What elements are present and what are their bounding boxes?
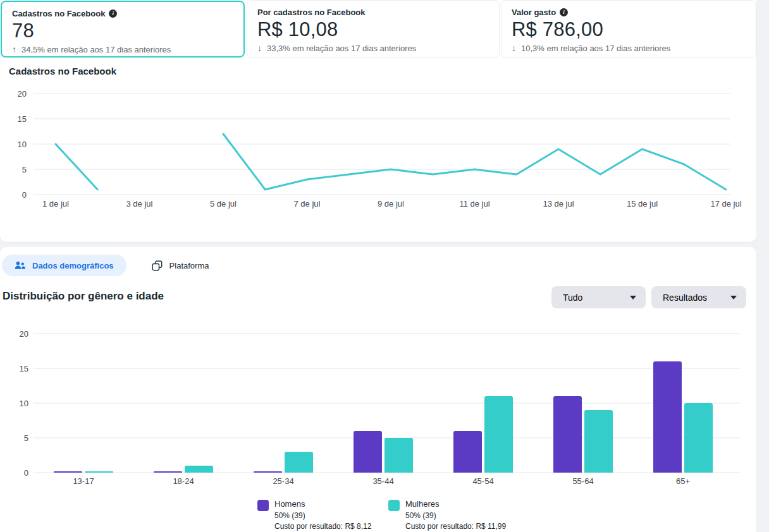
metric-delta: ↓ 33,3% em relação aos 17 dias anteriore… — [257, 43, 489, 53]
line-series — [223, 134, 726, 190]
metric-label-text: Cadastros no Facebook — [12, 8, 105, 19]
legend-text: Homens 50% (39) Custo por resultado: R$ … — [274, 499, 371, 531]
bar-homens-65+ — [653, 361, 682, 473]
metric-card-valor-gasto[interactable]: Valor gasto i R$ 786,00 ↓ 10,3% em relaç… — [501, 0, 756, 58]
metric-label: Valor gasto i — [512, 7, 746, 18]
info-icon[interactable]: i — [109, 9, 117, 18]
metric-value: R$ 10,08 — [257, 18, 489, 41]
y-tick-label: 0 — [24, 468, 28, 478]
legend-text: Mulheres 50% (39) Custo por resultado: R… — [405, 499, 506, 531]
y-tick-label: 10 — [18, 140, 27, 149]
down-arrow-icon: ↓ — [512, 43, 516, 53]
x-tick-label: 13-17 — [73, 476, 94, 486]
y-tick-label: 10 — [20, 399, 28, 408]
x-tick-label: 13 de jul — [543, 199, 574, 209]
y-tick-label: 15 — [20, 364, 28, 373]
metric-value: 78 — [12, 20, 233, 42]
line-chart-title: Cadastros no Facebook — [9, 66, 116, 76]
x-tick-label: 17 de jul — [710, 199, 741, 209]
down-arrow-icon: ↓ — [257, 43, 262, 53]
metric-card-por-cadastros[interactable]: Por cadastros no Facebook R$ 10,08 ↓ 33,… — [247, 0, 500, 58]
metric-value: R$ 786,00 — [512, 18, 746, 41]
metric-label-text: Por cadastros no Facebook — [257, 7, 366, 18]
up-arrow-icon: ↑ — [12, 44, 16, 54]
metric-delta-text: 10,3% em relação aos 17 dias anteriores — [521, 44, 670, 53]
metric-delta: ↓ 10,3% em relação aos 17 dias anteriore… — [512, 43, 746, 53]
y-tick-label: 5 — [22, 165, 27, 174]
legend-series-cost: Custo por resultado: R$ 11,99 — [405, 522, 506, 531]
people-icon — [15, 260, 25, 271]
x-tick-label: 1 de jul — [42, 199, 69, 209]
info-icon[interactable]: i — [560, 8, 568, 16]
x-tick-label: 25-34 — [273, 476, 293, 486]
platform-icon — [152, 260, 163, 271]
bar-homens-13-17 — [54, 471, 82, 473]
x-tick-label: 35-44 — [372, 476, 393, 486]
legend-series-share: 50% (39) — [405, 511, 506, 521]
tab-plataforma[interactable]: Plataforma — [139, 255, 222, 276]
filter-dropdown[interactable]: Tudo — [551, 286, 646, 308]
x-tick-label: 18-24 — [173, 476, 194, 486]
registrations-line-chart[interactable]: 051015201 de jul3 de jul5 de jul7 de jul… — [0, 82, 756, 215]
bar-homens-25-34 — [254, 471, 282, 473]
metric-label-text: Valor gasto — [512, 7, 556, 18]
metric-card-cadastros[interactable]: Cadastros no Facebook i 78 ↑ 34,5% em re… — [1, 1, 245, 57]
legend-entry-mulheres: Mulheres 50% (39) Custo por resultado: R… — [388, 499, 506, 531]
y-tick-label: 0 — [22, 190, 27, 200]
metric-delta-text: 34,5% em relação aos 17 dias anteriores — [22, 45, 171, 54]
x-tick-label: 9 de jul — [378, 199, 404, 209]
dropdown-value: Resultados — [663, 293, 707, 303]
bar-mulheres-35-44 — [384, 438, 413, 473]
metric-delta: ↑ 34,5% em relação aos 17 dias anteriore… — [12, 44, 233, 54]
bar-homens-45-54 — [453, 431, 482, 473]
bar-homens-55-64 — [553, 396, 582, 473]
bar-mulheres-25-34 — [285, 452, 313, 473]
x-tick-label: 65+ — [676, 476, 690, 486]
legend-series-cost: Custo por resultado: R$ 8,12 — [274, 522, 371, 531]
x-tick-label: 55-64 — [572, 476, 593, 486]
x-tick-label: 5 de jul — [210, 199, 237, 209]
y-tick-label: 5 — [24, 433, 28, 443]
line-series — [56, 144, 97, 190]
bar-mulheres-45-54 — [484, 396, 513, 473]
x-tick-label: 11 de jul — [459, 199, 489, 209]
x-tick-label: 15 de jul — [627, 199, 658, 209]
bar-mulheres-65+ — [684, 403, 713, 473]
tab-label: Dados demográficos — [32, 261, 114, 270]
tab-label: Plataforma — [169, 261, 209, 270]
breakdown-card: Dados demográficos Plataforma Distribuiç… — [0, 247, 756, 532]
x-tick-label: 7 de jul — [294, 199, 321, 209]
dropdown-value: Tudo — [563, 293, 582, 303]
y-tick-label: 15 — [18, 114, 27, 124]
tab-dados-demograficos[interactable]: Dados demográficos — [2, 255, 126, 276]
metric-delta-text: 33,3% em relação aos 17 dias anteriores — [267, 44, 416, 53]
legend-entry-homens: Homens 50% (39) Custo por resultado: R$ … — [257, 499, 371, 531]
mulheres-color-swatch — [388, 500, 400, 511]
homens-color-swatch — [257, 500, 269, 511]
overview-card: Cadastros no Facebook i 78 ↑ 34,5% em re… — [0, 0, 756, 242]
bar-mulheres-55-64 — [584, 410, 613, 473]
metric-label: Cadastros no Facebook i — [12, 8, 233, 19]
bar-mulheres-18-24 — [185, 466, 213, 473]
chevron-down-icon — [630, 296, 636, 299]
bar-mulheres-13-17 — [85, 471, 113, 473]
metric-label: Por cadastros no Facebook — [257, 7, 489, 18]
legend-series-name: Homens — [274, 499, 371, 509]
section-title: Distribuição por gênero e idade — [3, 290, 164, 303]
y-tick-label: 20 — [20, 329, 28, 339]
x-tick-label: 3 de jul — [126, 199, 153, 209]
chevron-down-icon — [730, 296, 737, 299]
ads-results-dashboard: Cadastros no Facebook i 78 ↑ 34,5% em re… — [0, 0, 769, 532]
bar-homens-35-44 — [354, 431, 382, 473]
legend-series-share: 50% (39) — [274, 511, 371, 521]
bar-homens-18-24 — [154, 471, 182, 473]
gender-age-bar-chart[interactable]: 0510152013-1718-2425-3435-4445-5455-6465… — [0, 319, 756, 493]
legend-series-name: Mulheres — [405, 499, 506, 509]
breakdown-tabs: Dados demográficos Plataforma — [2, 255, 221, 276]
x-tick-label: 45-54 — [472, 476, 493, 486]
y-tick-label: 20 — [18, 89, 27, 99]
metric-dropdown[interactable]: Resultados — [651, 286, 746, 308]
